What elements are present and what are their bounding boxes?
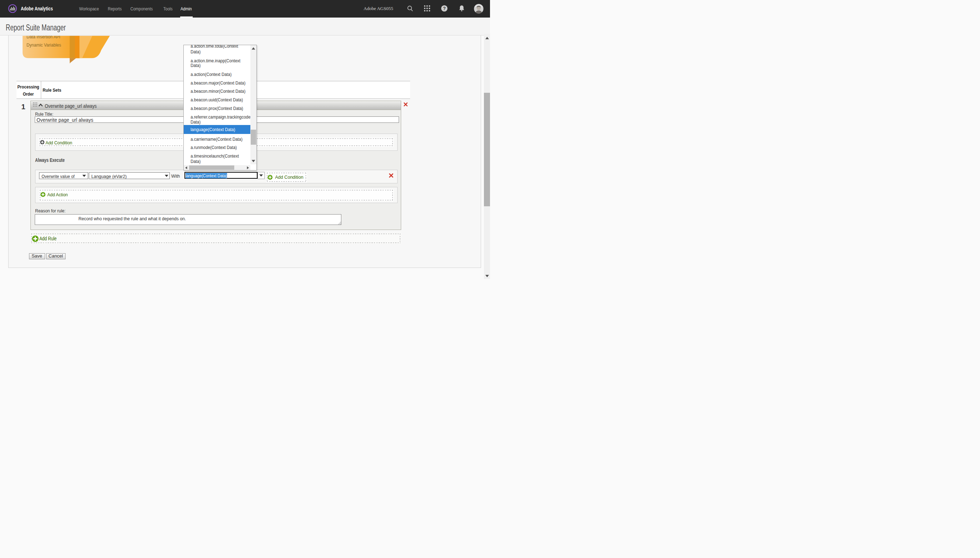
svg-text:Dynamic Variables: Dynamic Variables	[26, 42, 61, 48]
svg-text:?: ?	[443, 6, 446, 11]
svg-text:Data Insertion API: Data Insertion API	[26, 36, 60, 39]
